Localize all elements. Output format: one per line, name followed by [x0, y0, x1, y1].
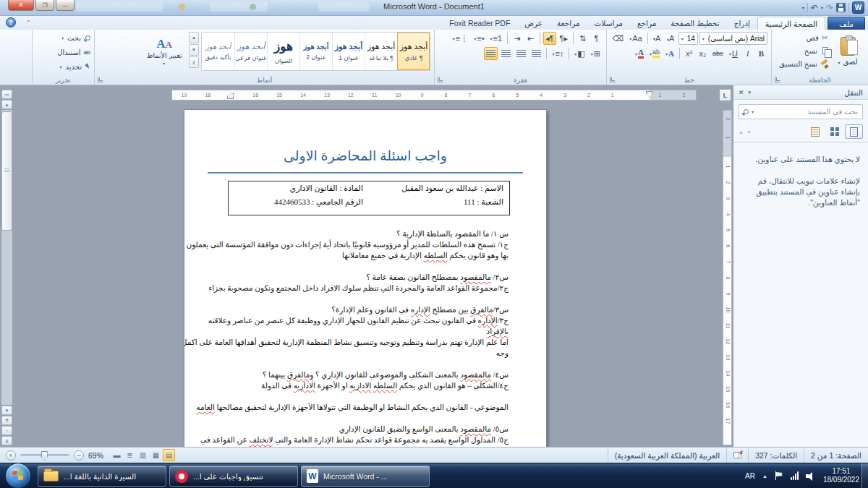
multilevel-list-button[interactable]: ⋮≡▾	[451, 32, 470, 45]
bold-button[interactable]: B	[755, 47, 767, 60]
ltr-text-direction-button[interactable]: ▸¶	[558, 32, 570, 45]
language-switcher[interactable]: AR	[745, 472, 755, 480]
increase-indent-button[interactable]: ⇥	[511, 32, 523, 45]
select-button[interactable]: تحديد ▾	[36, 61, 90, 73]
align-center-button[interactable]	[499, 47, 513, 60]
outline-view-button[interactable]: ≣	[124, 449, 136, 461]
show-desktop-button[interactable]	[861, 463, 868, 488]
bullets-button[interactable]: •≡▾	[472, 32, 486, 45]
styles-more-icon[interactable]: ⊽	[189, 56, 199, 68]
document-search-input[interactable]: بحث في المستند ▾	[739, 104, 863, 119]
tab-insert[interactable]: إدراج	[727, 17, 757, 30]
tab-selector[interactable]: L	[719, 89, 731, 101]
tab-references[interactable]: مراجع	[630, 17, 663, 30]
shrink-font-button[interactable]: A▾	[651, 32, 663, 45]
line-spacing-button[interactable]: ↕≡▾	[550, 47, 566, 60]
align-left-button[interactable]	[514, 47, 528, 60]
subscript-button[interactable]: x₂	[697, 47, 709, 60]
network-icon[interactable]	[791, 471, 799, 480]
change-case-button[interactable]: Aa▾	[627, 32, 644, 45]
superscript-button[interactable]: x²	[683, 47, 695, 60]
scroll-down-icon[interactable]: ▼	[1, 406, 12, 415]
tab-file[interactable]: ملف	[827, 17, 865, 30]
replace-button[interactable]: ab استبدال	[36, 46, 90, 59]
styles-dialog-launcher-icon[interactable]	[98, 77, 103, 82]
taskbar-button-folder[interactable]: السيرة الذاتية باللغة ا...	[38, 466, 166, 487]
zoom-level[interactable]: 69%	[88, 451, 103, 460]
browse-pages-tab[interactable]	[825, 124, 843, 139]
browse-results-tab[interactable]	[806, 124, 824, 139]
show-paragraph-marks-button[interactable]: ¶	[590, 32, 603, 45]
redo-button[interactable]: ↷	[826, 3, 833, 13]
cut-button[interactable]: ✂ قص	[779, 32, 828, 43]
font-family-select[interactable]: Arial (نص أساسي) ▾	[699, 32, 767, 45]
help-icon[interactable]: ?	[6, 17, 16, 27]
collapse-ribbon-icon[interactable]: ⌃	[26, 20, 31, 26]
print-layout-view-button[interactable]: ▤	[163, 449, 175, 461]
page-indicator[interactable]: الصفحة: 1 من 2	[804, 448, 868, 463]
style-heading1[interactable]: أبجد هوزعنوان 1	[332, 33, 365, 70]
sort-button[interactable]: ⇅	[576, 32, 589, 45]
style-no-spacing[interactable]: أبجد هوز¶ بلا تباعد	[365, 33, 397, 70]
font-dialog-launcher-icon[interactable]	[610, 77, 616, 82]
underline-button[interactable]: U▾	[727, 47, 740, 60]
next-result-icon[interactable]: ▼	[746, 129, 752, 134]
zoom-slider[interactable]	[20, 454, 69, 456]
web-layout-view-button[interactable]: ▥	[137, 449, 149, 461]
next-page-button[interactable]: ⇊	[1, 436, 12, 445]
font-size-select[interactable]: 14 ▾	[678, 32, 698, 45]
shading-button[interactable]: ◧▾	[572, 47, 587, 60]
nav-pane-dropdown-icon[interactable]: ▾	[749, 90, 752, 95]
previous-page-button[interactable]: ⇈	[1, 416, 12, 425]
undo-dropdown[interactable]: ▾	[821, 5, 823, 10]
horizontal-ruler[interactable]: 1918171615141312111098765432112	[171, 90, 697, 100]
previous-result-icon[interactable]: ▲	[739, 129, 744, 134]
font-color-button[interactable]: A▾	[633, 47, 646, 60]
search-options-icon[interactable]: ▾	[752, 109, 754, 114]
word-app-icon[interactable]: W	[852, 1, 864, 14]
taskbar-button-opera[interactable]: تنسيق واجبات على ا...	[169, 466, 298, 487]
zoom-out-button[interactable]: −	[74, 450, 84, 461]
clock[interactable]: 17:51 18/09/2022	[823, 467, 859, 484]
format-painter-button[interactable]: نسخ التنسيق	[779, 58, 828, 69]
align-right-button[interactable]	[484, 47, 498, 60]
tab-home[interactable]: الصفحة الرئيسية	[757, 17, 825, 30]
italic-button[interactable]: I	[741, 47, 754, 60]
highlight-button[interactable]: ab▾	[647, 47, 662, 60]
find-button[interactable]: بحث ▾	[36, 32, 90, 44]
document-page[interactable]: واجب اسئلة المحاضرة الاولى الاسم : عبدال…	[184, 110, 546, 447]
ruler-toggle-button[interactable]: ▭	[1, 90, 12, 99]
word-count[interactable]: الكلمات: 327	[748, 448, 804, 463]
scroll-up-icon[interactable]: ▲	[1, 100, 12, 109]
borders-button[interactable]: ⊞▾	[589, 47, 603, 60]
styles-scroll-down-icon[interactable]: ▼	[189, 44, 199, 56]
tab-mailings[interactable]: مراسلات	[587, 17, 630, 30]
text-effects-button[interactable]: A▾	[663, 47, 676, 60]
style-subtle-emphasis[interactable]: أبجد هوزتأكيد دقيق	[202, 33, 234, 70]
clipboard-dialog-launcher-icon[interactable]	[775, 77, 780, 82]
language-indicator[interactable]: العربية (المملكة العربية السعودية)	[608, 448, 727, 463]
fullscreen-reading-view-button[interactable]: ▦	[150, 449, 162, 461]
paragraph-dialog-launcher-icon[interactable]	[438, 77, 443, 82]
change-styles-button[interactable]: AA تغيير الأنماط ▾	[142, 32, 187, 71]
tab-page-layout[interactable]: تخطيط الصفحة	[663, 17, 726, 30]
styles-scroll-up-icon[interactable]: ▲	[189, 32, 199, 43]
tab-view[interactable]: عرض	[517, 17, 550, 30]
action-center-icon[interactable]	[775, 471, 783, 480]
decrease-indent-button[interactable]: ⇤	[524, 32, 537, 45]
numbering-button[interactable]: 1≡▾	[488, 32, 505, 45]
scrollbar-track[interactable]	[1, 110, 12, 405]
vertical-ruler[interactable]: 211234567891011121314151617	[723, 110, 732, 445]
strikethrough-button[interactable]: abe	[710, 47, 726, 60]
volume-icon[interactable]	[806, 471, 816, 480]
hidden-icons-button[interactable]: ▲	[762, 474, 767, 479]
undo-button[interactable]: ↶	[811, 3, 818, 13]
zoom-slider-thumb[interactable]	[41, 451, 48, 461]
paste-button[interactable]: لصق ▾	[831, 32, 864, 71]
select-browse-object-button[interactable]: ○	[1, 426, 12, 435]
proofing-status[interactable]: ✗	[726, 448, 748, 463]
customize-qat-button[interactable]: ▾	[802, 5, 804, 10]
grow-font-button[interactable]: A▴	[665, 32, 677, 45]
justify-button[interactable]	[529, 47, 543, 60]
draft-view-button[interactable]: ▬	[111, 449, 123, 461]
